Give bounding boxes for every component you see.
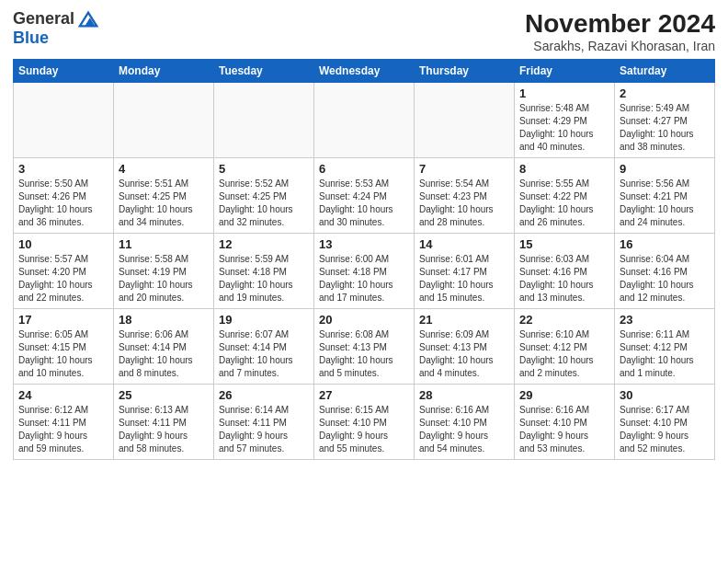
title-block: November 2024 Sarakhs, Razavi Khorasan, … xyxy=(525,9,715,53)
day-info: Sunrise: 6:08 AM Sunset: 4:13 PM Dayligh… xyxy=(319,328,409,380)
day-number: 27 xyxy=(319,388,409,402)
calendar-cell: 16Sunrise: 6:04 AM Sunset: 4:16 PM Dayli… xyxy=(615,234,715,309)
day-number: 4 xyxy=(119,162,209,176)
calendar-cell: 29Sunrise: 6:16 AM Sunset: 4:10 PM Dayli… xyxy=(515,385,615,460)
day-info: Sunrise: 6:00 AM Sunset: 4:18 PM Dayligh… xyxy=(319,253,409,304)
day-number: 2 xyxy=(620,86,710,100)
day-number: 6 xyxy=(319,162,409,176)
day-number: 22 xyxy=(519,313,609,327)
day-number: 11 xyxy=(119,237,209,251)
week-row-2: 3Sunrise: 5:50 AM Sunset: 4:26 PM Daylig… xyxy=(14,158,715,234)
day-info: Sunrise: 6:11 AM Sunset: 4:12 PM Dayligh… xyxy=(620,328,710,380)
day-number: 28 xyxy=(419,388,509,402)
calendar-cell: 19Sunrise: 6:07 AM Sunset: 4:14 PM Dayli… xyxy=(214,309,314,385)
calendar-cell: 8Sunrise: 5:55 AM Sunset: 4:22 PM Daylig… xyxy=(515,158,615,234)
day-number: 8 xyxy=(519,162,609,176)
calendar-cell xyxy=(214,83,314,158)
calendar-cell: 17Sunrise: 6:05 AM Sunset: 4:15 PM Dayli… xyxy=(14,309,114,385)
day-info: Sunrise: 5:49 AM Sunset: 4:27 PM Dayligh… xyxy=(620,102,710,154)
calendar-cell: 11Sunrise: 5:58 AM Sunset: 4:19 PM Dayli… xyxy=(114,234,214,309)
calendar-cell: 12Sunrise: 5:59 AM Sunset: 4:18 PM Dayli… xyxy=(214,234,314,309)
day-info: Sunrise: 6:05 AM Sunset: 4:15 PM Dayligh… xyxy=(18,328,108,380)
day-info: Sunrise: 5:59 AM Sunset: 4:18 PM Dayligh… xyxy=(219,253,309,304)
calendar-cell xyxy=(314,83,415,158)
calendar-cell: 23Sunrise: 6:11 AM Sunset: 4:12 PM Dayli… xyxy=(615,309,715,385)
subtitle: Sarakhs, Razavi Khorasan, Iran xyxy=(525,39,715,53)
weekday-header-saturday: Saturday xyxy=(615,60,715,83)
day-number: 5 xyxy=(219,162,309,176)
calendar-cell: 9Sunrise: 5:56 AM Sunset: 4:21 PM Daylig… xyxy=(615,158,715,234)
day-info: Sunrise: 6:16 AM Sunset: 4:10 PM Dayligh… xyxy=(419,404,509,455)
day-number: 26 xyxy=(219,388,309,402)
day-number: 15 xyxy=(519,237,609,251)
calendar-table: SundayMondayTuesdayWednesdayThursdayFrid… xyxy=(13,59,715,460)
week-row-3: 10Sunrise: 5:57 AM Sunset: 4:20 PM Dayli… xyxy=(14,234,715,309)
logo-icon xyxy=(78,9,98,29)
weekday-header-tuesday: Tuesday xyxy=(214,60,314,83)
day-info: Sunrise: 5:57 AM Sunset: 4:20 PM Dayligh… xyxy=(18,253,108,304)
day-info: Sunrise: 6:04 AM Sunset: 4:16 PM Dayligh… xyxy=(620,253,710,304)
day-number: 20 xyxy=(319,313,409,327)
calendar-cell: 15Sunrise: 6:03 AM Sunset: 4:16 PM Dayli… xyxy=(515,234,615,309)
day-info: Sunrise: 6:15 AM Sunset: 4:10 PM Dayligh… xyxy=(319,404,409,455)
week-row-1: 1Sunrise: 5:48 AM Sunset: 4:29 PM Daylig… xyxy=(14,83,715,158)
day-info: Sunrise: 5:58 AM Sunset: 4:19 PM Dayligh… xyxy=(119,253,209,304)
day-number: 19 xyxy=(219,313,309,327)
calendar-cell: 5Sunrise: 5:52 AM Sunset: 4:25 PM Daylig… xyxy=(214,158,314,234)
day-info: Sunrise: 5:52 AM Sunset: 4:25 PM Dayligh… xyxy=(219,178,309,229)
day-info: Sunrise: 5:54 AM Sunset: 4:23 PM Dayligh… xyxy=(419,178,509,229)
day-number: 16 xyxy=(620,237,710,251)
calendar-cell xyxy=(415,83,515,158)
calendar-cell: 25Sunrise: 6:13 AM Sunset: 4:11 PM Dayli… xyxy=(114,385,214,460)
calendar-container: General Blue November 2024 Sarakhs, Raza… xyxy=(0,0,728,563)
weekday-header-thursday: Thursday xyxy=(415,60,515,83)
calendar-cell: 27Sunrise: 6:15 AM Sunset: 4:10 PM Dayli… xyxy=(314,385,415,460)
calendar-cell: 4Sunrise: 5:51 AM Sunset: 4:25 PM Daylig… xyxy=(114,158,214,234)
weekday-header-friday: Friday xyxy=(515,60,615,83)
day-number: 13 xyxy=(319,237,409,251)
calendar-cell: 3Sunrise: 5:50 AM Sunset: 4:26 PM Daylig… xyxy=(14,158,114,234)
calendar-cell xyxy=(14,83,114,158)
day-info: Sunrise: 5:55 AM Sunset: 4:22 PM Dayligh… xyxy=(519,178,609,229)
month-title: November 2024 xyxy=(525,9,715,39)
day-number: 7 xyxy=(419,162,509,176)
calendar-cell: 28Sunrise: 6:16 AM Sunset: 4:10 PM Dayli… xyxy=(415,385,515,460)
calendar-cell: 20Sunrise: 6:08 AM Sunset: 4:13 PM Dayli… xyxy=(314,309,415,385)
calendar-cell: 1Sunrise: 5:48 AM Sunset: 4:29 PM Daylig… xyxy=(515,83,615,158)
calendar-cell: 18Sunrise: 6:06 AM Sunset: 4:14 PM Dayli… xyxy=(114,309,214,385)
calendar-cell xyxy=(114,83,214,158)
calendar-cell: 10Sunrise: 5:57 AM Sunset: 4:20 PM Dayli… xyxy=(14,234,114,309)
week-row-5: 24Sunrise: 6:12 AM Sunset: 4:11 PM Dayli… xyxy=(14,385,715,460)
header: General Blue November 2024 Sarakhs, Raza… xyxy=(13,9,715,53)
day-number: 24 xyxy=(18,388,108,402)
calendar-cell: 6Sunrise: 5:53 AM Sunset: 4:24 PM Daylig… xyxy=(314,158,415,234)
day-info: Sunrise: 6:01 AM Sunset: 4:17 PM Dayligh… xyxy=(419,253,509,304)
day-number: 23 xyxy=(620,313,710,327)
day-number: 9 xyxy=(620,162,710,176)
calendar-cell: 2Sunrise: 5:49 AM Sunset: 4:27 PM Daylig… xyxy=(615,83,715,158)
day-number: 12 xyxy=(219,237,309,251)
day-info: Sunrise: 6:07 AM Sunset: 4:14 PM Dayligh… xyxy=(219,328,309,380)
logo-general-text: General xyxy=(13,10,74,29)
calendar-cell: 7Sunrise: 5:54 AM Sunset: 4:23 PM Daylig… xyxy=(415,158,515,234)
day-number: 25 xyxy=(119,388,209,402)
day-info: Sunrise: 5:56 AM Sunset: 4:21 PM Dayligh… xyxy=(620,178,710,229)
day-info: Sunrise: 5:53 AM Sunset: 4:24 PM Dayligh… xyxy=(319,178,409,229)
day-number: 17 xyxy=(18,313,108,327)
day-info: Sunrise: 5:48 AM Sunset: 4:29 PM Dayligh… xyxy=(519,102,609,154)
day-info: Sunrise: 5:50 AM Sunset: 4:26 PM Dayligh… xyxy=(18,178,108,229)
weekday-header-wednesday: Wednesday xyxy=(314,60,415,83)
day-info: Sunrise: 6:17 AM Sunset: 4:10 PM Dayligh… xyxy=(620,404,710,455)
day-info: Sunrise: 6:16 AM Sunset: 4:10 PM Dayligh… xyxy=(519,404,609,455)
day-number: 29 xyxy=(519,388,609,402)
day-number: 18 xyxy=(119,313,209,327)
calendar-cell: 24Sunrise: 6:12 AM Sunset: 4:11 PM Dayli… xyxy=(14,385,114,460)
weekday-header-monday: Monday xyxy=(114,60,214,83)
day-number: 14 xyxy=(419,237,509,251)
day-info: Sunrise: 6:10 AM Sunset: 4:12 PM Dayligh… xyxy=(519,328,609,380)
day-info: Sunrise: 6:12 AM Sunset: 4:11 PM Dayligh… xyxy=(18,404,108,455)
day-info: Sunrise: 6:13 AM Sunset: 4:11 PM Dayligh… xyxy=(119,404,209,455)
day-info: Sunrise: 6:09 AM Sunset: 4:13 PM Dayligh… xyxy=(419,328,509,380)
calendar-cell: 30Sunrise: 6:17 AM Sunset: 4:10 PM Dayli… xyxy=(615,385,715,460)
day-info: Sunrise: 6:03 AM Sunset: 4:16 PM Dayligh… xyxy=(519,253,609,304)
